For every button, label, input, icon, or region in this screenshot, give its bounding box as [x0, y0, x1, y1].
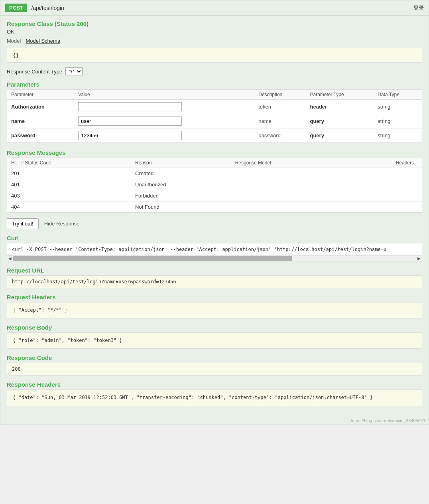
response-code-section: Response Code 200: [7, 354, 422, 376]
col-parameter-type: Parameter Type: [306, 90, 374, 100]
col-value: Value: [74, 90, 254, 100]
table-row: Authorization token header string: [7, 100, 422, 114]
status-code: 403: [7, 190, 132, 202]
param-desc: password: [258, 132, 281, 138]
response-model: [231, 190, 344, 202]
param-desc: token: [258, 104, 271, 110]
reason: Unauthorized: [131, 179, 231, 190]
parameters-table: Parameter Value Description Parameter Ty…: [7, 89, 422, 143]
param-value-input[interactable]: [78, 117, 182, 126]
col-http-status: HTTP Status Code: [7, 158, 132, 168]
status-code: 401: [7, 179, 132, 190]
reason: Not Found: [131, 202, 231, 213]
col-response-model: Response Model: [231, 158, 344, 168]
table-row: name name query string: [7, 114, 422, 128]
response-code-value: 200: [12, 366, 21, 372]
scroll-left-arrow[interactable]: ◀: [7, 256, 13, 261]
table-row: 401 Unauthorized: [7, 179, 422, 190]
watermark-text: https://blog.csdn.net/weixin_38405641: [351, 418, 425, 423]
try-it-row: Try it out! Hide Response: [7, 218, 422, 229]
status-code: 201: [7, 168, 132, 179]
endpoint-path: /api/test/login: [31, 5, 64, 11]
col-parameter: Parameter: [7, 90, 74, 100]
param-name: Authorization: [11, 104, 45, 110]
model-json-block: {}: [7, 48, 422, 63]
col-headers: Headers: [344, 158, 422, 168]
model-option[interactable]: Model Schema: [26, 38, 60, 44]
main-content: Response Class (Status 200) OK Model Mod…: [0, 16, 429, 417]
header-bar: POST /api/test/login 登录: [0, 0, 429, 16]
request-url-value: http://localhost/api/test/login?name=use…: [12, 279, 176, 285]
scrollbar-track: ◀ ▶: [7, 256, 422, 261]
table-row: 404 Not Found: [7, 202, 422, 213]
response-headers-box: { "date": "Sun, 03 Mar 2019 12:52:03 GMT…: [7, 389, 422, 406]
response-class-title: Response Class (Status 200): [7, 20, 422, 27]
model-row: Model Model Schema: [7, 38, 422, 44]
table-row: password password query string: [7, 128, 422, 143]
response-model: [231, 179, 344, 190]
content-type-label: Response Content Type: [7, 69, 62, 75]
status-ok: OK: [7, 29, 422, 35]
response-messages-table: HTTP Status Code Reason Response Model H…: [7, 158, 422, 213]
curl-scrollbar[interactable]: ◀ ▶: [7, 256, 422, 261]
response-code-title: Response Code: [7, 354, 422, 361]
curl-title: Curl: [7, 235, 422, 241]
param-type: header: [310, 104, 327, 110]
scroll-right-arrow[interactable]: ▶: [416, 256, 422, 261]
request-headers-box: { "Accept": "*/*" }: [7, 302, 422, 318]
param-value-input[interactable]: [78, 131, 182, 140]
table-row: 201 Created: [7, 168, 422, 179]
try-it-out-button[interactable]: Try it out!: [7, 218, 39, 229]
headers: [344, 202, 422, 213]
headers: [344, 179, 422, 190]
param-desc: name: [258, 118, 272, 124]
response-messages-section: Response Messages HTTP Status Code Reaso…: [7, 149, 422, 213]
response-content-type-row: Response Content Type */*: [7, 67, 422, 75]
param-name: name: [11, 118, 25, 124]
col-data-type: Data Type: [374, 90, 422, 100]
scrollbar-thumb[interactable]: [13, 256, 292, 261]
param-data-type: string: [378, 104, 390, 110]
response-body-section: Response Body { "role": "admin", "token"…: [7, 324, 422, 349]
request-headers-section: Request Headers { "Accept": "*/*" }: [7, 294, 422, 318]
headers: [344, 190, 422, 202]
response-headers-section: Response Headers { "date": "Sun, 03 Mar …: [7, 381, 422, 406]
response-class-section: Response Class (Status 200) OK Model Mod…: [7, 20, 422, 63]
curl-value: curl -X POST --header 'Content-Type: app…: [12, 247, 386, 252]
parameters-section: Parameters Parameter Value Description P…: [7, 81, 422, 143]
response-messages-title: Response Messages: [7, 149, 422, 156]
param-type: query: [310, 118, 324, 124]
reason: Created: [131, 168, 231, 179]
param-name: password: [11, 132, 35, 138]
param-type: query: [310, 132, 324, 138]
method-badge: POST: [5, 4, 27, 12]
model-label: Model: [7, 38, 21, 44]
request-headers-title: Request Headers: [7, 294, 422, 300]
curl-section: Curl curl -X POST --header 'Content-Type…: [7, 235, 422, 261]
reason: Forbidden: [131, 190, 231, 202]
content-type-select[interactable]: */*: [65, 67, 83, 75]
param-data-type: string: [378, 118, 390, 124]
col-description: Description: [254, 90, 306, 100]
response-headers-title: Response Headers: [7, 381, 422, 388]
hide-response-link[interactable]: Hide Response: [44, 221, 80, 227]
curl-box: curl -X POST --header 'Content-Type: app…: [7, 243, 422, 256]
response-model: [231, 202, 344, 213]
parameters-title: Parameters: [7, 81, 422, 88]
headers: [344, 168, 422, 179]
response-body-title: Response Body: [7, 324, 422, 331]
status-code: 404: [7, 202, 132, 213]
response-body-box: { "role": "admin", "token": "token3" }: [7, 332, 422, 349]
response-code-box: 200: [7, 363, 422, 376]
response-model: [231, 168, 344, 179]
param-value-input[interactable]: [78, 102, 182, 111]
model-json: {}: [13, 52, 19, 58]
watermark: https://blog.csdn.net/weixin_38405641: [0, 417, 429, 425]
header-left: POST /api/test/login: [5, 4, 64, 12]
login-link[interactable]: 登录: [413, 4, 424, 12]
api-container: POST /api/test/login 登录 Response Class (…: [0, 0, 429, 425]
col-reason: Reason: [131, 158, 231, 168]
request-url-box: http://localhost/api/test/login?name=use…: [7, 275, 422, 288]
table-row: 403 Forbidden: [7, 190, 422, 202]
param-data-type: string: [378, 132, 390, 138]
